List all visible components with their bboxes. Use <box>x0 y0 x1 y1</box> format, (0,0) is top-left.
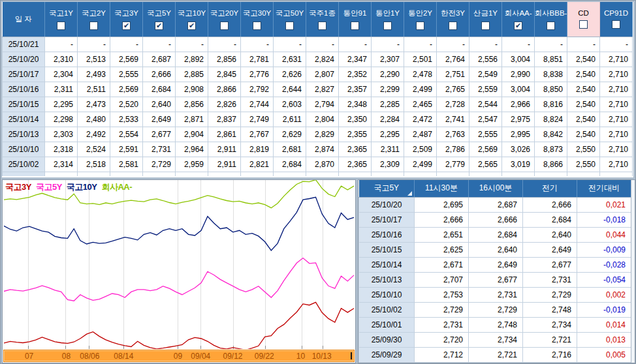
series-checkbox-회사BBB-[interactable] <box>547 22 555 30</box>
detail-diff: 0,002 <box>577 287 631 302</box>
chart-x-axis-scrollbar[interactable]: 070808/0608/140909/0409/1209/221010/13 <box>3 350 355 362</box>
series-checkbox-국고1Y[interactable] <box>57 22 65 30</box>
series-checkbox-국고3Y[interactable]: ✔ <box>122 22 131 30</box>
table-row[interactable]: 25/10/162,3112,5112,5692,6842,9082,8662,… <box>3 82 633 97</box>
column-header-국고3Y[interactable]: 국고3Y✔ <box>110 2 143 37</box>
rate-cell: 2,285 <box>372 97 404 112</box>
detail-row[interactable]: 25/10/162,6512,6842,6400,044 <box>359 227 631 242</box>
table-row[interactable]: 25/10/132,3032,4922,5542,6772,9042,8612,… <box>3 127 633 142</box>
detail-value: 2,716 <box>523 347 577 362</box>
detail-column-header-3[interactable]: 전기 <box>523 180 577 197</box>
series-checkbox-국고10Y[interactable]: ✔ <box>187 22 196 30</box>
column-label: 산금1Y <box>473 8 498 18</box>
table-row[interactable]: 25/10/022,3142,5182,5812,7292,9592,9112,… <box>3 157 633 172</box>
series-checkbox-국고20Y[interactable] <box>220 22 229 30</box>
rate-cell: - <box>208 37 241 52</box>
series-checkbox-국고2Y[interactable] <box>89 22 98 30</box>
detail-value: 2,731 <box>523 272 577 287</box>
detail-value: 2,695 <box>415 197 469 212</box>
detail-row[interactable]: 25/10/202,6952,6872,6660,021 <box>359 197 631 212</box>
rate-cell: 2,856 <box>208 52 241 67</box>
rate-cell: 2,824 <box>306 52 339 67</box>
detail-value: 2,640 <box>469 242 523 257</box>
rate-cell: 2,821 <box>241 157 274 172</box>
vertical-scrollbar-track[interactable] <box>631 180 635 363</box>
detail-date: 25/09/30 <box>359 332 415 347</box>
table-row[interactable]: 25/10/152,2952,4732,5202,6402,8562,8262,… <box>3 97 633 112</box>
table-row[interactable]: 25/10/202,3102,5132,5692,6872,8922,8562,… <box>3 52 633 67</box>
series-checkbox-국고30Y[interactable] <box>253 22 261 30</box>
x-axis-label: 09/22 <box>255 352 274 361</box>
detail-row[interactable]: 25/09/302,7202,7342,7210,013 <box>359 332 631 347</box>
detail-row[interactable]: 25/10/142,6712,6492,677-0,028 <box>359 257 631 272</box>
detail-value: 2,707 <box>415 272 469 287</box>
column-header-국주1종[interactable]: 국주1종 <box>306 2 339 37</box>
column-header-국고10Y[interactable]: 국고10Y✔ <box>176 2 208 37</box>
series-checkbox-CD[interactable] <box>579 20 588 29</box>
column-header-국고50Y[interactable]: 국고50Y <box>274 2 306 37</box>
column-header-국고1Y[interactable]: 국고1Y <box>45 2 78 37</box>
column-header-회사AA-[interactable]: 회사AA-✔ <box>502 2 535 37</box>
series-checkbox-국고50Y[interactable] <box>285 22 294 30</box>
x-axis-label: 08/06 <box>80 352 99 361</box>
column-header-국고30Y[interactable]: 국고30Y <box>241 2 274 37</box>
table-row[interactable]: 25/10/142,2982,4802,5332,6492,8712,8372,… <box>3 112 633 127</box>
series-checkbox-통안2Y[interactable] <box>416 22 424 30</box>
rate-cell: 2,569 <box>110 52 143 67</box>
rate-cell: 2,559 <box>469 82 502 97</box>
column-header-CP91D[interactable]: CP91D <box>600 2 633 37</box>
rate-cell: 2,764 <box>437 52 469 67</box>
column-header-통안2Y[interactable]: 통안2Y <box>404 2 437 37</box>
column-header-한전3Y[interactable]: 한전3Y <box>437 2 469 37</box>
column-header-산금1Y[interactable]: 산금1Y <box>469 2 502 37</box>
detail-row[interactable]: 25/10/102,7532,7312,7290,002 <box>359 287 631 302</box>
rate-cell: 2,964 <box>176 142 208 157</box>
series-checkbox-국고5Y[interactable]: ✔ <box>155 22 163 30</box>
series-checkbox-산금1Y[interactable] <box>481 22 490 30</box>
detail-value: 2,721 <box>469 347 523 362</box>
detail-row[interactable]: 25/09/292,7122,7212,7160,005 <box>359 347 631 362</box>
column-header-국고2Y[interactable]: 국고2Y <box>78 2 110 37</box>
column-header-국고5Y[interactable]: 국고5Y✔ <box>143 2 176 37</box>
column-header-통안1Y[interactable]: 통안1Y <box>372 2 404 37</box>
rate-cell: - <box>274 37 306 52</box>
column-label: 국고2Y <box>82 8 106 18</box>
rate-cell: 2,995 <box>502 127 535 142</box>
rate-cell: 2,804 <box>306 112 339 127</box>
detail-column-header-0[interactable]: 국고5Y <box>359 180 415 197</box>
column-header-CD[interactable]: CD <box>567 2 600 37</box>
rate-cell: 2,569 <box>110 82 143 97</box>
rate-cell: 2,629 <box>274 127 306 142</box>
row-date: 25/10/20 <box>3 52 45 67</box>
table-row[interactable]: 25/10/172,3042,4932,5552,6662,8852,8452,… <box>3 67 633 82</box>
detail-row[interactable]: 25/10/132,7072,6772,731-0,054 <box>359 272 631 287</box>
column-header-국고20Y[interactable]: 국고20Y <box>208 2 241 37</box>
rate-cell: 2,885 <box>176 67 208 82</box>
detail-column-header-1[interactable]: 11시30분 <box>415 180 469 197</box>
detail-row[interactable]: 25/10/022,7292,7292,748-0,019 <box>359 302 631 317</box>
column-header-통안91[interactable]: 통안91 <box>339 2 372 37</box>
series-checkbox-통안91[interactable] <box>351 22 359 30</box>
rate-cell: 2,295 <box>372 127 404 142</box>
detail-column-header-4[interactable]: 전기대비 <box>577 180 631 197</box>
series-checkbox-한전3Y[interactable] <box>449 22 457 30</box>
series-checkbox-통안1Y[interactable] <box>383 22 392 30</box>
detail-column-header-2[interactable]: 16시00분 <box>469 180 523 197</box>
series-line-국고3Y <box>4 302 354 349</box>
series-checkbox-회사AA-[interactable]: ✔ <box>514 22 522 30</box>
series-checkbox-CP91D[interactable] <box>612 20 620 29</box>
rate-cell: - <box>78 37 110 52</box>
rate-cell: 2,603 <box>274 97 306 112</box>
series-checkbox-국주1종[interactable] <box>318 22 326 30</box>
daily-rates-table: 일 자국고1Y국고2Y국고3Y✔국고5Y✔국고10Y✔국고20Y국고30Y국고5… <box>2 2 633 177</box>
detail-row[interactable]: 25/10/172,6662,6662,684-0,018 <box>359 212 631 227</box>
column-header-회사BBB-[interactable]: 회사BBB- <box>535 2 567 37</box>
detail-row[interactable]: 25/10/012,7312,7482,7340,014 <box>359 317 631 332</box>
rate-cell: 2,792 <box>241 82 274 97</box>
detail-row[interactable]: 25/10/152,6252,6402,649-0,009 <box>359 242 631 257</box>
column-label: 회사BBB- <box>535 8 567 18</box>
rate-cell: 2,540 <box>567 112 600 127</box>
table-row[interactable]: 25/10/21------------------ <box>3 37 633 52</box>
table-row[interactable]: 25/10/102,3182,5242,5912,7312,9642,9112,… <box>3 142 633 157</box>
column-label: 국고50Y <box>276 8 304 18</box>
